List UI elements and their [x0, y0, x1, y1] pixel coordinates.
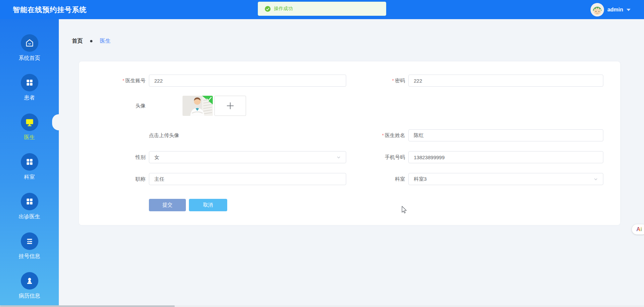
sidebar-item-visiting-doctors[interactable]: 出诊医生: [0, 193, 59, 220]
breadcrumb: 首页 医生: [72, 37, 644, 45]
sidebar-item-departments[interactable]: 科室: [0, 153, 59, 181]
list-icon: [21, 232, 38, 250]
department-select[interactable]: 科室3: [408, 173, 603, 185]
sidebar-item-label: 医生: [24, 134, 35, 141]
submit-button[interactable]: 提交: [149, 199, 186, 211]
avatar-label: 头像: [79, 103, 149, 109]
form-row-avatar: 头像: [79, 96, 603, 116]
sidebar-item-patients[interactable]: 患者: [0, 74, 59, 101]
breadcrumb-current[interactable]: 医生: [100, 38, 111, 45]
main-content: 首页 医生 *医生账号 *密码 头像: [59, 19, 644, 307]
department-label: 科室: [346, 176, 408, 182]
sidebar-item-medical-records[interactable]: 病历信息: [0, 272, 59, 300]
uploaded-avatar-thumbnail[interactable]: [183, 96, 213, 116]
active-item-notch: [52, 114, 59, 130]
doctor-name-label: *医生姓名: [346, 132, 408, 139]
stamp-icon: [21, 272, 38, 290]
doctor-form-card: *医生账号 *密码 头像: [79, 61, 620, 225]
toast-message: 操作成功: [274, 6, 293, 12]
job-title-input[interactable]: [149, 173, 346, 185]
sidebar-item-label: 病历信息: [19, 293, 40, 300]
doctor-name-input[interactable]: [408, 129, 603, 141]
grid-icon: [21, 193, 38, 210]
sidebar-item-doctors[interactable]: 医生: [0, 114, 59, 141]
scrollbar-thumb[interactable]: [0, 305, 175, 307]
ai-badge-text: Ai: [636, 226, 642, 232]
gender-value: 女: [154, 154, 159, 161]
doctor-photo: [183, 96, 213, 116]
department-value: 科室3: [414, 176, 427, 182]
chevron-down-icon: [594, 177, 598, 181]
monitor-icon: [21, 114, 38, 131]
required-mark: *: [382, 133, 384, 138]
username: admin: [607, 7, 623, 13]
app-title: 智能在线预约挂号系统: [13, 5, 87, 14]
job-title-label: 职称: [79, 176, 149, 182]
breadcrumb-separator-dot: [90, 40, 92, 42]
required-mark: *: [123, 78, 124, 83]
sidebar: 系统首页 患者 医生 科室: [0, 19, 59, 307]
form-row-title-department: 职称 科室 科室3: [79, 173, 603, 185]
sidebar-item-label: 系统首页: [19, 55, 40, 62]
sidebar-item-home[interactable]: 系统首页: [0, 34, 59, 62]
form-actions: 提交 取消: [79, 199, 603, 211]
sidebar-item-registrations[interactable]: 挂号信息: [0, 232, 59, 260]
form-row-gender-phone: 性别 女 手机号码: [79, 151, 603, 163]
password-input[interactable]: [408, 75, 603, 87]
user-avatar[interactable]: [591, 3, 604, 16]
doctor-account-input[interactable]: [149, 75, 346, 87]
phone-input[interactable]: [408, 151, 603, 163]
breadcrumb-home: 首页: [72, 38, 83, 45]
gender-select[interactable]: 女: [149, 151, 346, 163]
ai-badge[interactable]: Ai: [632, 224, 644, 234]
sidebar-item-label: 科室: [24, 174, 35, 181]
form-row-hint-name: 点击上传头像 *医生姓名: [79, 129, 603, 141]
chevron-down-icon: [627, 9, 631, 11]
home-icon: [21, 34, 38, 52]
avatar-illustration: [591, 3, 604, 16]
upload-hint: 点击上传头像: [79, 132, 346, 139]
success-check-icon: [265, 6, 271, 12]
sidebar-item-label: 挂号信息: [19, 253, 40, 260]
gender-label: 性别: [79, 154, 149, 161]
user-menu[interactable]: admin: [591, 0, 631, 19]
avatar-upload-area: [183, 96, 246, 116]
plus-icon: [226, 101, 235, 110]
phone-label: 手机号码: [346, 154, 408, 161]
doctor-account-label: *医生账号: [79, 78, 149, 84]
password-label: *密码: [346, 78, 408, 84]
cancel-button[interactable]: 取消: [189, 199, 227, 211]
required-mark: *: [392, 78, 394, 83]
sidebar-item-label: 患者: [24, 94, 35, 101]
grid-icon: [21, 74, 38, 91]
success-toast: 操作成功: [258, 2, 386, 16]
sidebar-item-label: 出诊医生: [19, 213, 40, 220]
horizontal-scrollbar[interactable]: [0, 305, 644, 307]
upload-plus-button[interactable]: [214, 96, 246, 116]
form-row-account-password: *医生账号 *密码: [79, 75, 603, 87]
chevron-down-icon: [336, 155, 341, 160]
grid-icon: [21, 153, 38, 171]
